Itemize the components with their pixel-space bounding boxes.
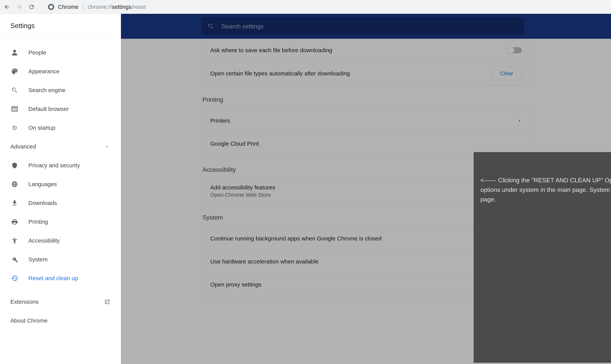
browser-toolbar: Chrome | chrome://settings/reset: [0, 0, 611, 14]
annotation-text: <------ Clicking the "RESET AND CLEAN UP…: [480, 175, 611, 204]
shield-icon: [10, 162, 19, 169]
person-icon: [10, 49, 19, 56]
palette-icon: [10, 68, 19, 75]
settings-content: Ask where to save each file before downl…: [121, 14, 611, 364]
sidebar-item-default-browser[interactable]: Default browser: [0, 100, 121, 118]
sidebar-item-label: Accessibility: [28, 237, 60, 244]
url: chrome://settings/reset: [88, 4, 146, 10]
sidebar-item-label: Reset and clean up: [28, 275, 78, 282]
back-button[interactable]: [3, 3, 10, 10]
sidebar-item-label: Appearance: [28, 68, 60, 75]
sidebar-item-extensions[interactable]: Extensions: [0, 292, 121, 311]
row-google-cloud-print[interactable]: Google Cloud Print: [202, 132, 530, 155]
row-label: Google Cloud Print: [210, 141, 259, 147]
omnibox[interactable]: Chrome | chrome://settings/reset: [48, 4, 146, 10]
svg-point-1: [14, 238, 15, 239]
wrench-icon: [10, 256, 19, 263]
accessibility-icon: [10, 237, 19, 244]
sidebar-basic-section: People Appearance Search engine Default …: [0, 38, 121, 137]
download-icon: [10, 200, 19, 207]
sidebar-item-label: Extensions: [10, 299, 39, 305]
power-icon: [10, 124, 19, 131]
sidebar-item-about[interactable]: About Chrome: [0, 311, 121, 330]
row-label: Continue running background apps when Go…: [210, 235, 382, 242]
sidebar-item-downloads[interactable]: Downloads: [0, 194, 121, 212]
sidebar-item-label: Default browser: [28, 106, 69, 112]
reload-button[interactable]: [28, 3, 35, 10]
sidebar-title: Settings: [0, 14, 121, 38]
row-ask-save-location[interactable]: Ask where to save each file before downl…: [202, 39, 530, 62]
sidebar-item-languages[interactable]: Languages: [0, 175, 121, 194]
row-printers[interactable]: Printers: [202, 109, 530, 132]
row-label: Open certain file types automatically af…: [210, 70, 350, 77]
search-icon: [207, 23, 214, 30]
section-heading-printing: Printing: [202, 96, 530, 103]
browser-icon: [10, 105, 19, 112]
sidebar-item-label: Languages: [28, 181, 57, 187]
chevron-up-icon: [105, 144, 109, 149]
settings-header-bar: [121, 14, 611, 39]
row-label: Use hardware acceleration when available: [210, 258, 319, 265]
sidebar-advanced-section: Privacy and security Languages Downloads…: [0, 156, 121, 288]
sidebar-item-on-startup[interactable]: On startup: [0, 118, 121, 137]
sidebar-item-label: Printing: [28, 219, 48, 225]
sidebar-advanced-label: Advanced: [10, 143, 36, 150]
search-settings-box[interactable]: [202, 18, 524, 35]
sidebar-item-appearance[interactable]: Appearance: [0, 62, 121, 81]
print-icon: [10, 218, 19, 225]
sidebar-advanced-toggle[interactable]: Advanced: [0, 137, 121, 156]
row-label: Printers: [210, 117, 230, 124]
sidebar-divider: [0, 290, 121, 290]
forward-button[interactable]: [16, 3, 23, 10]
site-label: Chrome: [58, 4, 79, 10]
svg-point-0: [49, 5, 53, 8]
chevron-right-icon: [518, 118, 522, 123]
search-settings-input[interactable]: [221, 23, 518, 30]
sidebar-item-search-engine[interactable]: Search engine: [0, 81, 121, 100]
external-link-icon: [104, 299, 110, 305]
row-sublabel: Open Chrome Web Store: [210, 192, 275, 198]
sidebar-item-label: On startup: [28, 125, 55, 131]
globe-icon: [10, 181, 19, 188]
annotation-overlay: <------ Clicking the "RESET AND CLEAN UP…: [474, 152, 611, 363]
sidebar-item-people[interactable]: People: [0, 43, 121, 62]
downloads-card: Ask where to save each file before downl…: [202, 39, 530, 85]
row-auto-open-types: Open certain file types automatically af…: [202, 62, 530, 85]
sidebar-item-accessibility[interactable]: Accessibility: [0, 231, 121, 250]
site-icon: [48, 4, 54, 10]
omnibox-separator: |: [82, 4, 84, 10]
toggle-switch[interactable]: [507, 47, 522, 53]
sidebar-item-reset[interactable]: Reset and clean up: [0, 269, 121, 288]
search-icon: [10, 87, 19, 94]
row-label: Open proxy settings: [210, 281, 262, 288]
row-label: Ask where to save each file before downl…: [210, 47, 332, 53]
sidebar-item-label: Downloads: [28, 200, 57, 206]
sidebar-item-privacy[interactable]: Privacy and security: [0, 156, 121, 175]
history-icon: [10, 275, 19, 282]
sidebar-item-system[interactable]: System: [0, 250, 121, 269]
settings-sidebar: Settings People Appearance Search engine…: [0, 14, 121, 364]
sidebar-item-label: People: [28, 49, 46, 56]
sidebar-item-label: Search engine: [28, 87, 66, 93]
sidebar-item-label: Privacy and security: [28, 162, 80, 169]
sidebar-item-label: About Chrome: [10, 317, 47, 324]
row-label: Add accessibility features: [210, 184, 275, 191]
sidebar-item-label: System: [28, 256, 48, 263]
clear-button[interactable]: Clear: [491, 67, 522, 80]
sidebar-item-printing[interactable]: Printing: [0, 212, 121, 231]
printing-card: Printers Google Cloud Print: [202, 109, 530, 156]
